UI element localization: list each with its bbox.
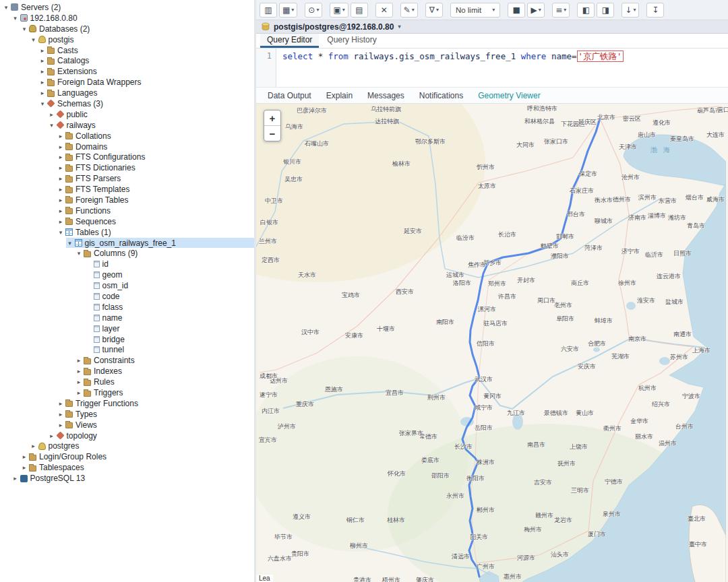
chevron-right-icon[interactable]: ▸: [57, 133, 65, 139]
chevron-right-icon[interactable]: ▸: [11, 475, 20, 482]
tree-item-tunnel[interactable]: tunnel: [84, 345, 255, 356]
tree-item-types[interactable]: ▸Types: [57, 409, 254, 420]
chevron-down-icon[interactable]: ▾: [75, 250, 83, 257]
copy-button[interactable]: ▣▾: [330, 3, 348, 18]
chevron-down-icon[interactable]: ▾: [38, 100, 47, 107]
paste-button[interactable]: ▤: [351, 3, 368, 18]
tree-item-fts-parsers[interactable]: ▸FTS Parsers: [57, 173, 254, 184]
connection-bar[interactable]: postgis/postgres@192.168.0.80 ▾: [256, 20, 728, 34]
tree-item-postgres[interactable]: ▸postgres: [30, 441, 255, 452]
tree-item-public[interactable]: ▸public: [48, 109, 255, 120]
tree-item-constraints[interactable]: ▸Constraints: [75, 355, 254, 366]
tree-item-collations[interactable]: ▸Collations: [57, 131, 254, 141]
tab-explain[interactable]: Explain: [320, 89, 359, 102]
chevron-right-icon[interactable]: ▸: [48, 432, 56, 439]
tree-item-databases-2[interactable]: ▾Databases (2): [20, 24, 254, 34]
delete-row-button[interactable]: ✕: [375, 3, 393, 18]
tree-item-postgresql-13[interactable]: ▸PostgreSQL 13: [11, 473, 255, 484]
explain-analyze-button[interactable]: ◨: [597, 3, 614, 18]
explain-button[interactable]: ◧: [577, 3, 595, 18]
sql-code-line[interactable]: select * from railways.gis_osm_railways_…: [276, 48, 624, 87]
chevron-down-icon[interactable]: ▾: [30, 36, 38, 43]
tree-item-tablespaces[interactable]: ▸Tablespaces: [20, 462, 254, 473]
edit-button[interactable]: ✎▾: [400, 3, 418, 18]
chevron-down-icon[interactable]: ▾: [48, 122, 56, 129]
chevron-right-icon[interactable]: ▸: [75, 357, 83, 364]
tree-item-railways[interactable]: ▾railways: [48, 120, 255, 131]
chevron-down-icon[interactable]: ▾: [2, 4, 10, 11]
chevron-right-icon[interactable]: ▸: [57, 400, 65, 407]
chevron-right-icon[interactable]: ▸: [38, 68, 47, 75]
zoom-in-button[interactable]: +: [264, 110, 280, 125]
tree-item-triggers[interactable]: ▸Triggers: [75, 387, 254, 398]
chevron-right-icon[interactable]: ▸: [57, 143, 65, 150]
tree-item-postgis[interactable]: ▾postgis: [30, 34, 255, 45]
chevron-right-icon[interactable]: ▸: [75, 368, 83, 375]
find-replace-button[interactable]: ⊙▾: [305, 3, 322, 18]
chevron-right-icon[interactable]: ▸: [38, 47, 47, 54]
tab-messages[interactable]: Messages: [361, 89, 411, 102]
tree-item-indexes[interactable]: ▸Indexes: [75, 366, 254, 377]
chevron-right-icon[interactable]: ▸: [38, 90, 47, 96]
tree-item-rules[interactable]: ▸Rules: [75, 377, 254, 387]
save-file-button[interactable]: ▦▾: [279, 3, 297, 18]
chevron-right-icon[interactable]: ▸: [57, 197, 65, 203]
chevron-down-icon[interactable]: ▾: [20, 26, 28, 32]
tab-query-editor[interactable]: Query Editor: [260, 34, 319, 48]
chevron-right-icon[interactable]: ▸: [57, 218, 65, 225]
tree-item-extensions[interactable]: ▸Extensions: [38, 66, 254, 77]
tree-item-gis-osm-railways-free-1[interactable]: ▾gis_osm_railways_free_1: [66, 238, 255, 249]
tree-item-functions[interactable]: ▸Functions: [57, 205, 254, 216]
tree-item-id[interactable]: id: [84, 259, 255, 269]
chevron-right-icon[interactable]: ▸: [57, 154, 65, 160]
tree-item-login-group-roles[interactable]: ▸Login/Group Roles: [20, 451, 254, 462]
tree-item-osm-id[interactable]: osm_id: [84, 280, 255, 291]
tree-item-code[interactable]: code: [84, 291, 255, 302]
download-csv-button[interactable]: ↧: [646, 3, 664, 18]
tab-data-output[interactable]: Data Output: [262, 89, 317, 102]
tree-item-fts-dictionaries[interactable]: ▸FTS Dictionaries: [57, 162, 254, 173]
chevron-right-icon[interactable]: ▸: [75, 389, 83, 396]
tree-item-fts-configurations[interactable]: ▸FTS Configurations: [57, 152, 254, 162]
geometry-viewer-map[interactable]: 巴彦淖尔市乌拉特前旗呼和浩特市和林格尔县达拉特旗下花园区延庆区北京市密云区遵化市…: [256, 104, 728, 582]
save-results-button[interactable]: ↓▾: [621, 3, 639, 18]
sql-editor[interactable]: 1 select * from railways.gis_osm_railway…: [256, 48, 728, 88]
tree-item-bridge[interactable]: bridge: [84, 334, 255, 345]
chevron-right-icon[interactable]: ▸: [20, 453, 28, 460]
filter-button[interactable]: ∇▾: [425, 3, 443, 18]
tree-item-topology[interactable]: ▸topology: [48, 430, 255, 441]
tree-item-foreign-data-wrappers[interactable]: ▸Foreign Data Wrappers: [38, 77, 254, 88]
execute-query-button[interactable]: ▶▾: [527, 3, 545, 18]
zoom-out-button[interactable]: −: [264, 125, 280, 141]
tree-item-schemas-3[interactable]: ▾Schemas (3): [38, 98, 254, 109]
chevron-right-icon[interactable]: ▸: [38, 57, 47, 64]
macros-button[interactable]: ≡▾: [552, 3, 570, 18]
tree-item-servers-2[interactable]: ▾Servers (2): [2, 2, 254, 13]
chevron-right-icon[interactable]: ▸: [57, 422, 65, 428]
tree-item-views[interactable]: ▸Views: [57, 420, 254, 430]
chevron-right-icon[interactable]: ▸: [30, 443, 38, 449]
tree-item-foreign-tables[interactable]: ▸Foreign Tables: [57, 195, 254, 205]
cancel-query-button[interactable]: ■: [508, 3, 525, 18]
tree-item-sequences[interactable]: ▸Sequences: [57, 216, 254, 227]
tree-item-layer[interactable]: layer: [84, 323, 255, 334]
chevron-right-icon[interactable]: ▸: [48, 111, 56, 118]
tree-item-fclass[interactable]: fclass: [84, 302, 255, 313]
chevron-right-icon[interactable]: ▸: [57, 411, 65, 418]
tree-item-192-168-0-80[interactable]: ▾192.168.0.80: [11, 13, 255, 24]
chevron-right-icon[interactable]: ▸: [57, 186, 65, 193]
tree-item-catalogs[interactable]: ▸Catalogs: [38, 55, 254, 66]
tab-notifications[interactable]: Notifications: [413, 89, 469, 102]
tree-item-name[interactable]: name: [84, 313, 255, 323]
tree-item-languages[interactable]: ▸Languages: [38, 88, 254, 98]
map-attribution[interactable]: Lea: [256, 575, 273, 582]
row-limit-select[interactable]: No limit▾: [450, 3, 500, 18]
chevron-down-icon[interactable]: ▾: [57, 229, 65, 236]
chevron-down-icon[interactable]: ▾: [11, 15, 20, 22]
tree-item-fts-templates[interactable]: ▸FTS Templates: [57, 184, 254, 195]
chevron-right-icon[interactable]: ▸: [38, 79, 47, 86]
chevron-right-icon[interactable]: ▸: [20, 464, 28, 471]
tree-item-tables-1[interactable]: ▾Tables (1): [57, 227, 254, 238]
tree-item-columns-9[interactable]: ▾Columns (9): [75, 248, 254, 259]
tab-geometry-viewer[interactable]: Geometry Viewer: [472, 89, 546, 102]
